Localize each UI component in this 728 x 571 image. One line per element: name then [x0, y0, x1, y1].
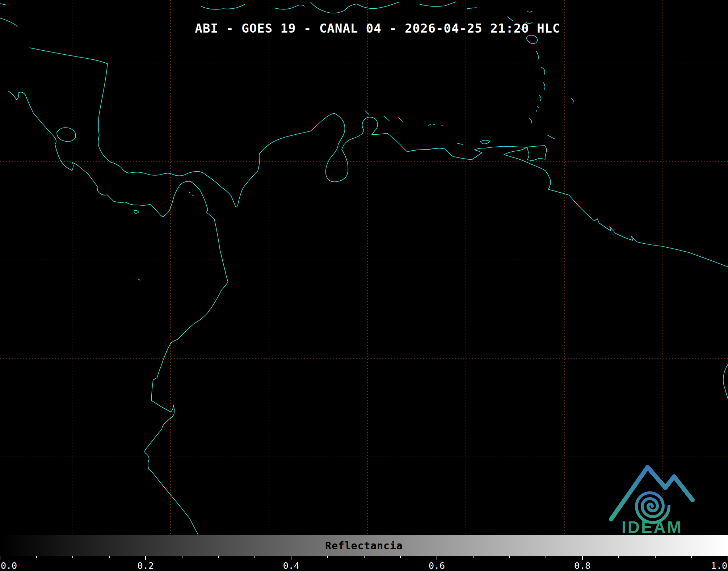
coastline-amazon-edge-fragment — [723, 364, 728, 399]
colorbar-minor-tick — [182, 556, 182, 558]
coastline-barbuda — [527, 11, 532, 12]
colorbar-major-tick — [437, 556, 437, 560]
coastline-curacao — [384, 116, 389, 121]
coastline-martinique — [542, 67, 545, 75]
coastline-dominica — [536, 51, 538, 60]
colorbar-minor-tick — [327, 556, 328, 558]
coastline-haiti-fragment — [274, 5, 304, 9]
satellite-map: IDEAM ABI - GOES 19 - CANAL 04 - 2026-04… — [0, 0, 728, 535]
coastlines — [0, 2, 728, 535]
colorbar-minor-tick — [473, 556, 474, 558]
coastline-grenada — [530, 118, 531, 123]
graticule-grid — [0, 0, 728, 535]
satellite-map-canvas: IDEAM — [0, 0, 728, 535]
coastline-guadeloupe — [527, 35, 538, 43]
colorbar-gradient: Reflectancia — [0, 535, 728, 556]
tick-label: 0.4 — [283, 561, 299, 571]
map-title: ABI - GOES 19 - CANAL 04 - 2026-04-25 21… — [195, 21, 560, 35]
colorbar-major-tick — [0, 556, 0, 560]
colorbar-label: Reflectancia — [325, 540, 403, 552]
colorbar-minor-tick — [618, 556, 619, 558]
coastline-coiba — [134, 210, 139, 213]
colorbar-minor-tick — [546, 556, 546, 558]
coastline-grenadines — [536, 106, 538, 112]
coastline-tobago — [547, 135, 554, 139]
coastline-bonaire — [399, 118, 403, 121]
coastline-trinidad — [527, 146, 547, 161]
colorbar-minor-tick — [509, 556, 510, 558]
coastline-st-lucia — [543, 83, 545, 89]
colorbar-minor-tick — [691, 556, 692, 558]
coastline-pearl-islands — [189, 192, 193, 196]
coastline-barbados — [571, 98, 573, 103]
coastline-lake-nicaragua — [57, 128, 76, 142]
coastline-margarita — [480, 140, 490, 144]
coastline-yucatan-fragment — [0, 4, 7, 5]
coastline-aruba — [365, 111, 369, 114]
coastline-tortuga — [458, 143, 463, 144]
coastline-los-roques — [428, 124, 444, 126]
colorbar-minor-tick — [254, 556, 255, 558]
coastline-st-vincent — [539, 95, 541, 101]
coastline-hispaniola-fragment — [311, 2, 399, 13]
colorbar-major-tick — [582, 556, 583, 560]
coastline-st-kitts — [507, 17, 513, 21]
coastline-st-croix — [467, 8, 476, 9]
tick-label: 0.8 — [574, 561, 590, 571]
colorbar-major-tick — [145, 556, 146, 560]
tick-label: 1.0 — [711, 561, 727, 571]
coastline-belize — [0, 18, 17, 27]
colorbar-major-tick — [291, 556, 291, 560]
colorbar-minor-tick — [109, 556, 110, 558]
ideam-wordmark: IDEAM — [622, 518, 682, 535]
coastline-jamaica-fragment — [201, 4, 245, 9]
colorbar-tick-strip: 0.00.20.40.60.81.0 — [0, 556, 728, 571]
coastline-honduras-caribbean-south-america — [30, 48, 728, 267]
colorbar-minor-tick — [655, 556, 656, 558]
tick-label: 0.2 — [138, 561, 154, 571]
colorbar-minor-tick — [36, 556, 37, 558]
colorbar-minor-tick — [400, 556, 401, 558]
colorbar-minor-tick — [218, 556, 219, 558]
colorbar-minor-tick — [72, 556, 73, 558]
tick-label: 0.0 — [1, 561, 17, 571]
coastline-puerto-rico-fragment — [420, 2, 456, 7]
ideam-logo: IDEAM — [611, 467, 693, 535]
colorbar-minor-tick — [364, 556, 365, 558]
coastline-pacific-central-south-america — [9, 91, 228, 535]
tick-label: 0.6 — [429, 561, 445, 571]
coastline-malpelo — [138, 279, 140, 280]
